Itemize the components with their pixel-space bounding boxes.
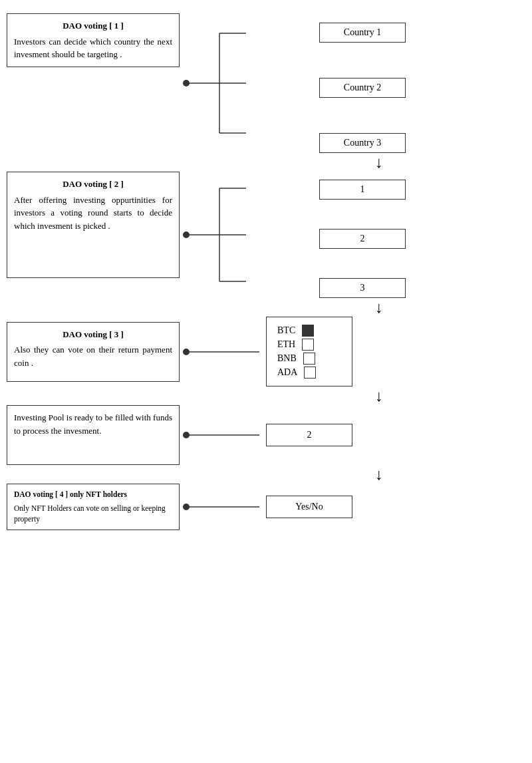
ada-label: ADA [277, 367, 297, 378]
ada-row: ADA [277, 367, 341, 379]
desc-box-dao1: DAO voting [ 1 ] Investors can decide wh… [7, 13, 180, 67]
arrow-down-icon-1: ↓ [375, 154, 383, 170]
arrow-down-icon-4: ↓ [375, 466, 383, 482]
section-dao4: DAO voting [ 4 ] only NFT holders Only N… [7, 484, 525, 530]
coin-checkbox-box: BTC ETH BNB ADA [266, 317, 352, 386]
btc-row: BTC [277, 325, 341, 337]
option-num2: 2 [319, 229, 406, 249]
dao3-text: Also they can vote on their return payme… [14, 343, 172, 369]
arrow1: ↓ [7, 154, 525, 170]
arrow4: ↓ [7, 466, 525, 482]
dao2-text: After offering investing oppurtinities f… [14, 194, 172, 233]
desc-box-dao2: DAO voting [ 2 ] After offering investin… [7, 172, 180, 278]
branch-svg-1 [180, 13, 319, 153]
option-num3: 3 [319, 278, 406, 298]
dao3-title: DAO voting [ 3 ] [14, 328, 172, 341]
eth-row: ETH [277, 339, 341, 351]
section-dao2: DAO voting [ 2 ] After offering investin… [7, 172, 525, 298]
bnb-label: BNB [277, 353, 297, 364]
dao4-text: Only NFT Holders can vote on selling or … [14, 503, 172, 525]
dao2-title: DAO voting [ 2 ] [14, 178, 172, 191]
arrow3: ↓ [7, 388, 525, 404]
conn-svg-4 [180, 422, 266, 448]
yesno-box: Yes/No [266, 496, 352, 518]
diagram-container: DAO voting [ 1 ] Investors can decide wh… [0, 0, 532, 543]
btc-checkbox[interactable] [302, 325, 314, 337]
section-dao1: DAO voting [ 1 ] Investors can decide wh… [7, 13, 525, 153]
ada-checkbox[interactable] [304, 367, 316, 379]
dao1-title: DAO voting [ 1 ] [14, 19, 172, 33]
eth-label: ETH [277, 339, 295, 350]
arrow-down-icon-3: ↓ [375, 388, 383, 404]
option-country2: Country 2 [319, 78, 406, 98]
desc-box-dao3: DAO voting [ 3 ] Also they can vote on t… [7, 322, 180, 382]
options-dao1: Country 1 Country 2 Country 3 [319, 13, 406, 153]
section-pool: Investing Pool is ready to be filled wit… [7, 405, 525, 465]
desc-box-pool: Investing Pool is ready to be filled wit… [7, 405, 180, 465]
bnb-checkbox[interactable] [303, 353, 315, 365]
eth-checkbox[interactable] [302, 339, 314, 351]
pool-single-box: 2 [266, 424, 352, 446]
conn-svg-5 [180, 494, 266, 520]
options-dao2: 1 2 3 [319, 172, 406, 298]
dao1-text: Investors can decide which country the n… [14, 35, 172, 61]
bnb-row: BNB [277, 353, 341, 365]
conn-svg-3 [180, 339, 266, 365]
desc-box-dao4: DAO voting [ 4 ] only NFT holders Only N… [7, 484, 180, 530]
btc-label: BTC [277, 325, 295, 336]
branch-svg-2 [180, 172, 319, 298]
option-country1: Country 1 [319, 23, 406, 43]
section-dao3: DAO voting [ 3 ] Also they can vote on t… [7, 317, 525, 386]
pool-text: Investing Pool is ready to be filled wit… [14, 411, 172, 437]
option-num1: 1 [319, 180, 406, 200]
option-country3: Country 3 [319, 133, 406, 153]
arrow2: ↓ [7, 299, 525, 315]
arrow-down-icon-2: ↓ [375, 299, 383, 315]
dao4-title: DAO voting [ 4 ] only NFT holders [14, 489, 172, 500]
